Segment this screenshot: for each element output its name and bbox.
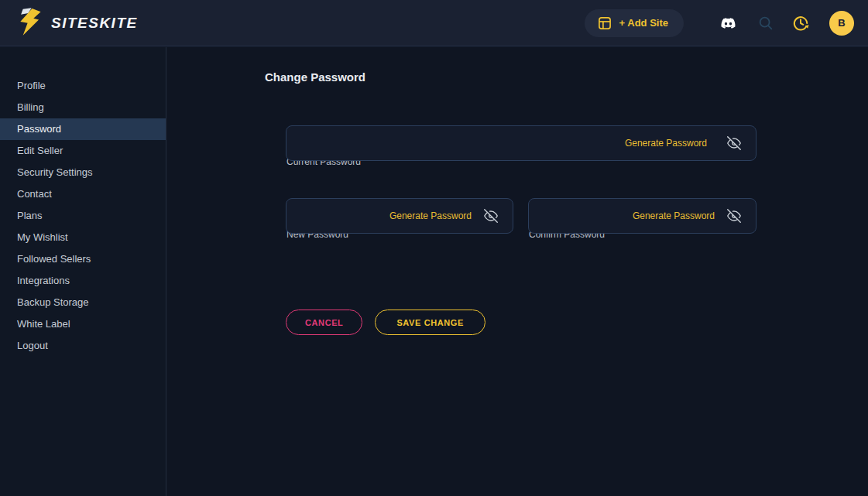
save-change-button[interactable]: SAVE CHANGE <box>375 310 485 335</box>
sidebar-item-white-label[interactable]: White Label <box>0 313 166 335</box>
current-password-field: Generate Password <box>286 125 756 161</box>
brand-name: SITESKITE <box>51 15 138 32</box>
sidebar-item-contact[interactable]: Contact <box>0 183 166 205</box>
brand-logo[interactable]: SITESKITE <box>17 7 138 39</box>
current-password-input[interactable] <box>297 126 625 160</box>
cancel-button[interactable]: CANCEL <box>286 310 362 335</box>
new-password-field: Generate Password <box>286 198 513 234</box>
eye-off-icon[interactable] <box>727 209 741 223</box>
settings-sidebar: Profile Billing Password Edit Seller Sec… <box>0 47 166 496</box>
top-bar: SITESKITE + Add Site <box>0 0 868 46</box>
generate-password-link[interactable]: Generate Password <box>633 210 715 221</box>
page-title: Change Password <box>265 70 365 84</box>
search-icon[interactable] <box>757 15 774 32</box>
sidebar-item-my-wishlist[interactable]: My Wishlist <box>0 227 166 248</box>
sidebar-item-security-settings[interactable]: Security Settings <box>0 162 166 183</box>
form-actions: CANCEL SAVE CHANGE <box>286 310 485 335</box>
add-site-button[interactable]: + Add Site <box>585 9 684 37</box>
eye-off-icon[interactable] <box>484 209 498 223</box>
sidebar-item-plans[interactable]: Plans <box>0 205 166 227</box>
generate-password-link[interactable]: Generate Password <box>389 210 472 221</box>
sidebar-item-integrations[interactable]: Integrations <box>0 270 166 292</box>
sidebar-item-profile[interactable]: Profile <box>0 75 166 97</box>
header-actions: + Add Site B <box>585 9 854 37</box>
new-password-input[interactable] <box>297 199 389 233</box>
discord-icon[interactable] <box>719 16 737 30</box>
generate-password-link[interactable]: Generate Password <box>625 138 707 149</box>
eye-off-icon[interactable] <box>727 136 741 150</box>
history-clock-icon[interactable] <box>791 14 810 32</box>
lightning-bolt-icon <box>17 7 43 39</box>
confirm-password-input[interactable] <box>540 199 633 233</box>
sidebar-item-logout[interactable]: Logout <box>0 335 166 357</box>
avatar[interactable]: B <box>829 11 854 36</box>
sidebar-item-followed-sellers[interactable]: Followed Sellers <box>0 248 166 270</box>
add-site-label: + Add Site <box>619 17 668 29</box>
confirm-password-field: Generate Password <box>528 198 756 234</box>
sidebar-item-backup-storage[interactable]: Backup Storage <box>0 292 166 313</box>
layout-window-icon <box>597 15 612 31</box>
sidebar-item-billing[interactable]: Billing <box>0 97 166 118</box>
sidebar-item-password[interactable]: Password <box>0 118 166 140</box>
sidebar-item-edit-seller[interactable]: Edit Seller <box>0 140 166 162</box>
change-password-panel: Change Password Current Password Generat… <box>167 47 868 496</box>
